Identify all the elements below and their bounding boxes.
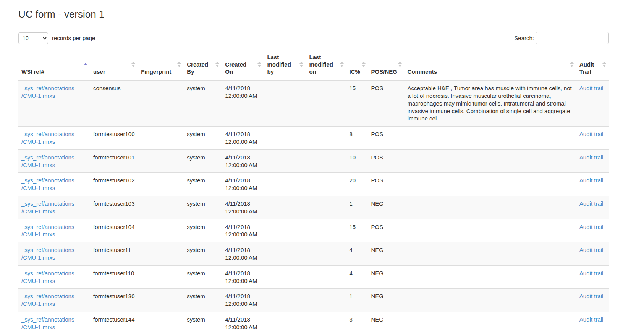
last-modified-on-cell bbox=[306, 127, 346, 150]
wsi-ref-line1: _sys_ref/annotations bbox=[21, 84, 87, 92]
pos-neg-cell: POS bbox=[368, 173, 405, 196]
created-by-cell: system bbox=[184, 127, 222, 150]
sort-both-icon bbox=[131, 62, 135, 67]
wsi-ref-cell: _sys_ref/annotations/CMU-1.mrxs bbox=[18, 242, 90, 266]
column-header-last-modified-on[interactable]: Last modified on bbox=[306, 50, 346, 80]
pos-neg-cell: NEG bbox=[368, 265, 405, 289]
column-header-label: Comments bbox=[408, 68, 437, 75]
user-cell: formtestuser103 bbox=[90, 196, 138, 219]
column-header-ic[interactable]: IC% bbox=[346, 50, 368, 80]
wsi-ref-link[interactable]: _sys_ref/annotations/CMU-1.mrxs bbox=[21, 316, 87, 331]
pos-neg-cell: NEG bbox=[368, 312, 405, 333]
fingerprint-cell bbox=[138, 127, 184, 150]
created-on-cell: 4/11/2018 12:00:00 AM bbox=[222, 173, 264, 196]
audit-trail-link[interactable]: Audit trail bbox=[579, 270, 604, 276]
results-table: WSI ref#userFingerprintCreated ByCreated… bbox=[18, 50, 609, 333]
ic-percent-cell: 4 bbox=[346, 265, 368, 289]
wsi-ref-link[interactable]: _sys_ref/annotations/CMU-1.mrxs bbox=[21, 223, 87, 239]
last-modified-by-cell bbox=[264, 127, 306, 150]
last-modified-on-cell bbox=[306, 149, 346, 173]
sort-both-icon bbox=[340, 62, 344, 67]
table-row: _sys_ref/annotations/CMU-1.mrxsformtestu… bbox=[18, 219, 609, 242]
column-header-pos-neg[interactable]: POS/NEG bbox=[368, 50, 405, 80]
fingerprint-cell bbox=[138, 80, 184, 126]
column-header-label: Last modified on bbox=[309, 54, 333, 75]
wsi-ref-link[interactable]: _sys_ref/annotations/CMU-1.mrxs bbox=[21, 200, 87, 215]
wsi-ref-cell: _sys_ref/annotations/CMU-1.mrxs bbox=[18, 196, 90, 219]
wsi-ref-line2: /CMU-1.mrxs bbox=[21, 277, 87, 285]
column-header-label: user bbox=[93, 68, 105, 75]
user-cell: formtestuser144 bbox=[90, 312, 138, 333]
last-modified-by-cell bbox=[264, 173, 306, 196]
audit-trail-link[interactable]: Audit trail bbox=[579, 224, 604, 230]
column-header-created-on[interactable]: Created On bbox=[222, 50, 264, 80]
comments-cell bbox=[405, 196, 576, 219]
search-input[interactable] bbox=[536, 32, 609, 44]
column-header-wsi-ref[interactable]: WSI ref# bbox=[18, 50, 90, 80]
wsi-ref-link[interactable]: _sys_ref/annotations/CMU-1.mrxs bbox=[21, 84, 87, 100]
wsi-ref-link[interactable]: _sys_ref/annotations/CMU-1.mrxs bbox=[21, 130, 87, 146]
fingerprint-cell bbox=[138, 312, 184, 333]
ic-percent-cell: 20 bbox=[346, 173, 368, 196]
audit-trail-link[interactable]: Audit trail bbox=[579, 293, 604, 299]
sort-both-icon bbox=[398, 62, 402, 67]
sort-ascending-icon bbox=[84, 63, 87, 65]
column-header-audit-trail[interactable]: Audit Trail bbox=[576, 50, 609, 80]
wsi-ref-line1: _sys_ref/annotations bbox=[21, 246, 87, 254]
column-header-comments[interactable]: Comments bbox=[405, 50, 576, 80]
wsi-ref-cell: _sys_ref/annotations/CMU-1.mrxs bbox=[18, 219, 90, 242]
last-modified-by-cell bbox=[264, 265, 306, 289]
created-by-cell: system bbox=[184, 219, 222, 242]
audit-trail-link[interactable]: Audit trail bbox=[579, 131, 604, 137]
audit-trail-cell: Audit trail bbox=[576, 196, 609, 219]
column-header-fingerprint[interactable]: Fingerprint bbox=[138, 50, 184, 80]
pos-neg-cell: POS bbox=[368, 149, 405, 173]
user-cell: formtestuser101 bbox=[90, 149, 138, 173]
records-per-page-select[interactable]: 10 bbox=[18, 32, 48, 44]
fingerprint-cell bbox=[138, 265, 184, 289]
wsi-ref-link[interactable]: _sys_ref/annotations/CMU-1.mrxs bbox=[21, 246, 87, 262]
created-on-cell: 4/11/2018 12:00:00 AM bbox=[222, 80, 264, 126]
table-row: _sys_ref/annotations/CMU-1.mrxsformtestu… bbox=[18, 173, 609, 196]
user-cell: formtestuser11 bbox=[90, 242, 138, 266]
column-header-user[interactable]: user bbox=[90, 50, 138, 80]
wsi-ref-link[interactable]: _sys_ref/annotations/CMU-1.mrxs bbox=[21, 177, 87, 192]
wsi-ref-cell: _sys_ref/annotations/CMU-1.mrxs bbox=[18, 149, 90, 173]
wsi-ref-link[interactable]: _sys_ref/annotations/CMU-1.mrxs bbox=[21, 292, 87, 308]
sort-both-icon bbox=[299, 62, 303, 67]
audit-trail-cell: Audit trail bbox=[576, 219, 609, 242]
audit-trail-link[interactable]: Audit trail bbox=[579, 85, 604, 91]
last-modified-on-cell bbox=[306, 219, 346, 242]
search-control: Search: bbox=[514, 32, 609, 44]
last-modified-on-cell bbox=[306, 242, 346, 266]
wsi-ref-link[interactable]: _sys_ref/annotations/CMU-1.mrxs bbox=[21, 270, 87, 285]
wsi-ref-line1: _sys_ref/annotations bbox=[21, 154, 87, 161]
wsi-ref-link[interactable]: _sys_ref/annotations/CMU-1.mrxs bbox=[21, 154, 87, 169]
pos-neg-cell: POS bbox=[368, 127, 405, 150]
audit-trail-cell: Audit trail bbox=[576, 265, 609, 289]
created-on-cell: 4/11/2018 12:00:00 AM bbox=[222, 265, 264, 289]
column-header-created-by[interactable]: Created By bbox=[184, 50, 222, 80]
created-by-cell: system bbox=[184, 173, 222, 196]
created-on-cell: 4/11/2018 12:00:00 AM bbox=[222, 242, 264, 266]
last-modified-on-cell bbox=[306, 312, 346, 333]
last-modified-by-cell bbox=[264, 80, 306, 126]
audit-trail-link[interactable]: Audit trail bbox=[579, 154, 604, 161]
comments-cell bbox=[405, 127, 576, 150]
page-title: UC form - version 1 bbox=[18, 8, 609, 20]
audit-trail-link[interactable]: Audit trail bbox=[579, 177, 604, 184]
last-modified-on-cell bbox=[306, 289, 346, 312]
audit-trail-cell: Audit trail bbox=[576, 149, 609, 173]
last-modified-on-cell bbox=[306, 196, 346, 219]
column-header-label: Created By bbox=[187, 61, 208, 75]
audit-trail-link[interactable]: Audit trail bbox=[579, 316, 604, 323]
wsi-ref-line2: /CMU-1.mrxs bbox=[21, 184, 87, 192]
audit-trail-link[interactable]: Audit trail bbox=[579, 200, 604, 207]
table-controls: 10 records per page Search: bbox=[18, 32, 609, 44]
created-on-cell: 4/11/2018 12:00:00 AM bbox=[222, 312, 264, 333]
audit-trail-link[interactable]: Audit trail bbox=[579, 247, 604, 253]
column-header-label: Fingerprint bbox=[141, 68, 171, 75]
column-header-label: Created On bbox=[225, 61, 246, 75]
column-header-last-modified-by[interactable]: Last modified by bbox=[264, 50, 306, 80]
last-modified-by-cell bbox=[264, 312, 306, 333]
